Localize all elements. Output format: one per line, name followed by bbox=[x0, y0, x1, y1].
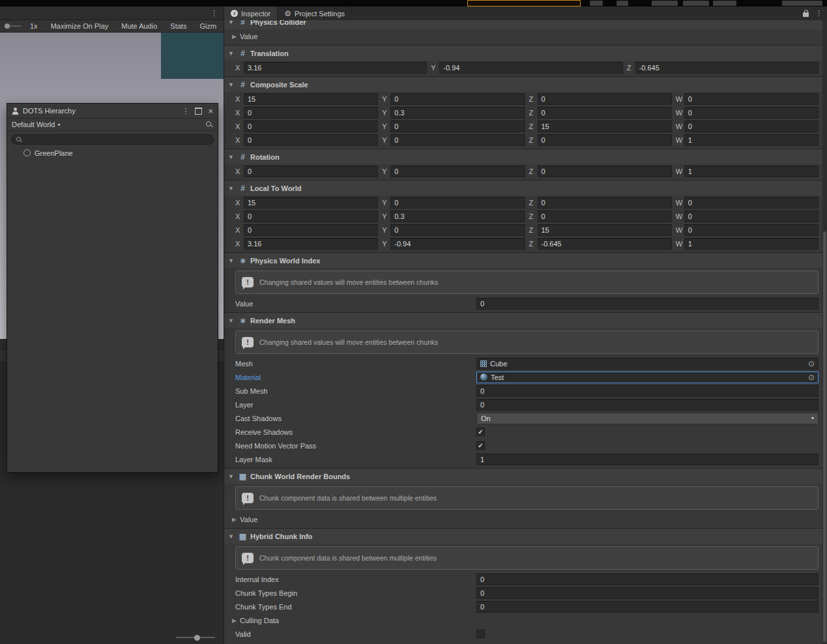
kebab-menu-icon[interactable]: ⋮ bbox=[815, 10, 822, 17]
world-selector-dropdown[interactable]: Default World ▾ bbox=[7, 119, 218, 131]
slider-knob-icon[interactable] bbox=[5, 23, 10, 29]
list-item[interactable]: GreenPlane bbox=[7, 147, 218, 158]
checkbox[interactable] bbox=[476, 630, 485, 638]
foldout-arrow-icon[interactable]: ▼ bbox=[227, 20, 235, 25]
kebab-menu-icon[interactable]: ⋮ bbox=[182, 108, 189, 115]
object-field[interactable]: Cube⊙ bbox=[476, 358, 819, 370]
property-value-input[interactable]: 0 bbox=[476, 574, 819, 585]
property-value-input[interactable]: 0 bbox=[476, 399, 819, 411]
foldout-arrow-icon[interactable]: ▼ bbox=[227, 257, 235, 264]
checkbox[interactable]: ✓ bbox=[476, 441, 485, 450]
vector-value-input[interactable]: 0 bbox=[390, 166, 525, 177]
lock-icon[interactable] bbox=[803, 12, 809, 17]
foldout-row[interactable]: ▶Value bbox=[224, 512, 822, 526]
vector-value-input[interactable]: 0 bbox=[390, 134, 525, 146]
component-header[interactable]: ▼#Translation bbox=[224, 45, 822, 61]
toolbar-button[interactable] bbox=[590, 1, 603, 6]
tab-inspector[interactable]: i Inspector bbox=[224, 7, 278, 20]
component-header[interactable]: ▼#Composite Scale bbox=[224, 76, 822, 92]
property-value-input[interactable]: 0 bbox=[476, 385, 819, 397]
vector-value-input[interactable]: 15 bbox=[538, 224, 672, 236]
object-field[interactable]: Test⊙ bbox=[476, 372, 819, 383]
foldout-arrow-icon[interactable]: ▼ bbox=[227, 81, 235, 88]
tab-project-settings[interactable]: ⚙ Project Settings bbox=[278, 7, 352, 20]
vector-value-input[interactable]: 15 bbox=[244, 93, 378, 105]
vector-value-input[interactable]: 0 bbox=[684, 107, 819, 119]
vector-value-input[interactable]: 3.16 bbox=[244, 238, 378, 250]
toolbar-dropdown[interactable] bbox=[652, 1, 678, 6]
stats-button[interactable]: Stats bbox=[164, 22, 193, 30]
toolbar-button[interactable] bbox=[617, 1, 628, 6]
scrollbar[interactable] bbox=[822, 20, 827, 644]
toolbar-dropdown[interactable] bbox=[782, 1, 822, 6]
vector-value-input[interactable]: 0 bbox=[538, 93, 672, 105]
vector-value-input[interactable]: 0 bbox=[390, 121, 525, 132]
vector-value-input[interactable]: 0 bbox=[538, 134, 672, 146]
component-header[interactable]: ▼#Local To World bbox=[224, 180, 822, 196]
vector-value-input[interactable]: 0 bbox=[244, 166, 378, 177]
property-value-input[interactable]: 1 bbox=[476, 454, 819, 465]
vector-value-input[interactable]: 0 bbox=[538, 197, 672, 209]
vector-value-input[interactable]: -0.94 bbox=[439, 62, 622, 74]
search-icon[interactable] bbox=[205, 121, 213, 128]
vector-value-input[interactable]: 0 bbox=[538, 107, 672, 119]
vector-value-input[interactable]: 0 bbox=[684, 197, 819, 209]
vector-value-input[interactable]: 1 bbox=[684, 238, 819, 250]
vector-value-input[interactable]: 0 bbox=[244, 134, 378, 146]
vector-value-input[interactable]: 15 bbox=[538, 121, 672, 132]
foldout-arrow-icon[interactable]: ▼ bbox=[227, 185, 235, 192]
vector-value-input[interactable]: 0 bbox=[684, 93, 819, 105]
property-value-input[interactable]: 0 bbox=[476, 601, 819, 613]
vector-value-input[interactable]: 0 bbox=[390, 93, 525, 105]
object-picker-icon[interactable]: ⊙ bbox=[808, 373, 815, 381]
vector-value-input[interactable]: 0.3 bbox=[390, 211, 525, 222]
foldout-row[interactable]: ▶Value bbox=[224, 29, 822, 43]
vector-value-input[interactable]: 1 bbox=[684, 166, 819, 177]
foldout-arrow-icon[interactable]: ▼ bbox=[227, 154, 235, 160]
component-header[interactable]: ▼#Physics Collider bbox=[224, 20, 822, 29]
dropdown-field[interactable]: On▾ bbox=[476, 413, 819, 424]
vector-value-input[interactable]: 0 bbox=[244, 121, 378, 132]
vector-value-input[interactable]: -0.645 bbox=[538, 238, 672, 250]
toolbar-dropdown[interactable] bbox=[683, 1, 709, 6]
gizmos-button[interactable]: Gizm bbox=[193, 22, 223, 30]
vector-value-input[interactable]: 0 bbox=[244, 224, 378, 236]
scrollbar-thumb[interactable] bbox=[823, 231, 826, 642]
vector-value-input[interactable]: 0 bbox=[244, 107, 378, 119]
window-title-bar[interactable]: DOTS Hierarchy ⋮ × bbox=[7, 104, 218, 119]
vector-value-input[interactable]: 0 bbox=[390, 224, 525, 236]
maximize-on-play-button[interactable]: Maximize On Play bbox=[44, 22, 115, 30]
vector-value-input[interactable]: 0 bbox=[390, 197, 525, 209]
vector-value-input[interactable]: 0 bbox=[538, 211, 672, 222]
vector-value-input[interactable]: 15 bbox=[244, 197, 378, 209]
close-icon[interactable]: × bbox=[208, 107, 213, 115]
component-header[interactable]: ▼▦Hybrid Chunk Info bbox=[224, 528, 822, 544]
foldout-arrow-icon[interactable]: ▼ bbox=[227, 533, 235, 540]
vector-value-input[interactable]: 1 bbox=[684, 134, 819, 146]
kebab-menu-icon[interactable]: ⋮ bbox=[210, 10, 218, 17]
mute-audio-button[interactable]: Mute Audio bbox=[115, 22, 164, 30]
vector-value-input[interactable]: 0.3 bbox=[390, 107, 525, 119]
restore-window-icon[interactable] bbox=[195, 108, 202, 115]
vector-value-input[interactable]: 0 bbox=[684, 211, 819, 222]
foldout-arrow-icon[interactable]: ▼ bbox=[227, 473, 235, 480]
vector-value-input[interactable]: 0 bbox=[684, 224, 819, 236]
vector-value-input[interactable]: 3.16 bbox=[244, 62, 427, 74]
toolbar-highlighted-control[interactable] bbox=[467, 0, 581, 7]
component-header[interactable]: ▼#Rotation bbox=[224, 149, 822, 164]
toolbar-dropdown[interactable] bbox=[713, 1, 736, 6]
search-input[interactable] bbox=[11, 134, 214, 145]
property-value-input[interactable]: 0 bbox=[476, 587, 819, 599]
component-header[interactable]: ▼▦Chunk World Render Bounds bbox=[224, 468, 822, 484]
vector-value-input[interactable]: 0 bbox=[684, 121, 819, 132]
checkbox[interactable]: ✓ bbox=[476, 428, 485, 436]
vector-value-input[interactable]: -0.645 bbox=[635, 62, 819, 74]
vector-value-input[interactable]: 0 bbox=[538, 166, 672, 177]
component-header[interactable]: ▼∗Render Mesh bbox=[224, 312, 822, 328]
vector-value-input[interactable]: -0.94 bbox=[390, 238, 525, 250]
vector-value-input[interactable]: 0 bbox=[244, 211, 378, 222]
zoom-slider-knob[interactable] bbox=[194, 635, 200, 641]
foldout-arrow-icon[interactable]: ▼ bbox=[227, 317, 235, 324]
object-picker-icon[interactable]: ⊙ bbox=[808, 360, 815, 368]
property-value-input[interactable]: 0 bbox=[476, 298, 819, 310]
